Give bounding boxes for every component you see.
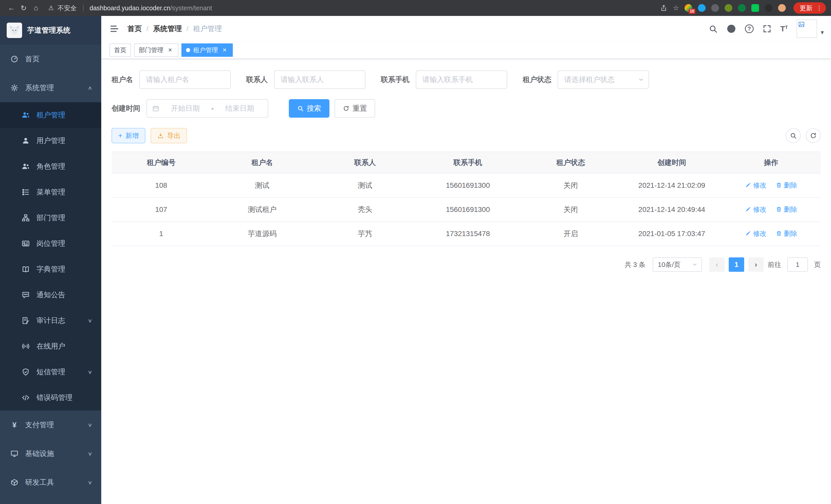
chevron-down-icon: ∨: [88, 479, 92, 485]
active-dot-icon: [186, 48, 190, 52]
sidebar-item-error-code[interactable]: 错误码管理: [0, 385, 101, 411]
github-icon[interactable]: [726, 24, 736, 34]
avatar[interactable]: [797, 20, 817, 38]
reset-button-label: 重置: [352, 103, 367, 113]
shield-icon: [22, 368, 30, 376]
sidebar-item-user[interactable]: 用户管理: [0, 128, 101, 154]
reset-button[interactable]: 重置: [335, 99, 375, 118]
extension-icon-colorful[interactable]: 10: [685, 4, 692, 12]
sidebar-item-home[interactable]: 首页: [0, 45, 101, 73]
chevron-up-icon: ∧: [88, 85, 92, 91]
extension-icon-green[interactable]: [738, 4, 746, 12]
sidebar-item-dept[interactable]: 部门管理: [0, 205, 101, 231]
goto-label: 前往: [768, 260, 781, 269]
delete-button[interactable]: 删除: [776, 205, 797, 214]
breadcrumb-system[interactable]: 系统管理: [153, 24, 182, 34]
bookmark-star-icon[interactable]: ☆: [673, 4, 679, 12]
sidebar-item-audit-log[interactable]: 审计日志 ∨: [0, 308, 101, 333]
delete-button[interactable]: 删除: [776, 229, 797, 238]
security-label[interactable]: 不安全: [58, 4, 77, 12]
menu-label: 通知公告: [36, 290, 92, 300]
address-bar[interactable]: ⚠ 不安全 dashboard.yudao.iocoder.cn/system/…: [48, 4, 212, 12]
phone-input[interactable]: [416, 70, 507, 89]
edit-button[interactable]: 修改: [745, 205, 767, 214]
cell-tenant-id: 107: [112, 198, 211, 222]
page-1-button[interactable]: 1: [729, 258, 744, 272]
tab-home[interactable]: 首页: [110, 43, 131, 57]
tenant-name-input[interactable]: [139, 70, 231, 89]
fullscreen-icon[interactable]: [763, 24, 772, 33]
next-page-button[interactable]: ›: [748, 258, 764, 272]
sidebar-item-system[interactable]: 系统管理 ∧: [0, 73, 101, 102]
cell-tenant-name: 测试租户: [211, 198, 314, 222]
search-button[interactable]: 搜索: [289, 99, 329, 118]
sidebar-item-post[interactable]: 岗位管理: [0, 231, 101, 256]
tab-tenant[interactable]: 租户管理×: [181, 43, 233, 57]
share-icon[interactable]: [660, 4, 667, 11]
sidebar-item-menu[interactable]: 菜单管理: [0, 179, 101, 205]
refresh-table-button[interactable]: [806, 128, 821, 143]
profile-avatar-icon[interactable]: [778, 4, 786, 12]
sidebar-item-infra[interactable]: 基础设施 ∨: [0, 439, 101, 468]
sidebar-item-online-user[interactable]: 在线用户: [0, 333, 101, 359]
extension-icon-gray[interactable]: [711, 4, 719, 12]
cell-tenant-id: 1: [112, 222, 211, 246]
extension-puzzle-icon[interactable]: [765, 4, 772, 12]
book-icon: [22, 265, 30, 273]
col-status: 租户状态: [519, 152, 622, 173]
sidebar-item-dict[interactable]: 字典管理: [0, 256, 101, 282]
breadcrumb-separator: /: [187, 25, 189, 33]
add-button[interactable]: + 新增: [112, 128, 145, 143]
font-size-icon[interactable]: TT: [780, 24, 788, 33]
chevron-down-icon: ∨: [88, 451, 92, 457]
goto-page-input[interactable]: [787, 258, 808, 272]
app-logo[interactable]: 芋道管理系统: [0, 16, 101, 45]
browser-home-icon[interactable]: ⌂: [30, 4, 42, 12]
url-text[interactable]: dashboard.yudao.iocoder.cn/system/tenant: [90, 4, 212, 12]
reload-icon[interactable]: ↻: [18, 4, 30, 12]
cell-phone: 17321315478: [417, 222, 519, 246]
tenant-name-label: 租户名: [112, 75, 133, 85]
sidebar-item-notice[interactable]: 通知公告: [0, 282, 101, 308]
browser-menu-icon[interactable]: ⋮: [816, 4, 822, 11]
delete-button[interactable]: 删除: [776, 181, 797, 190]
toggle-search-button[interactable]: [786, 128, 801, 143]
cell-tenant-name: 芋道源码: [211, 222, 314, 246]
menu-label: 系统管理: [25, 83, 82, 93]
sidebar-item-tenant[interactable]: 租户管理: [0, 102, 101, 128]
edit-button[interactable]: 修改: [745, 229, 767, 238]
tab-dept[interactable]: 部门管理×: [134, 43, 178, 57]
close-icon[interactable]: ×: [167, 47, 174, 54]
create-time-range-picker[interactable]: 开始日期 - 结束日期: [146, 99, 268, 118]
sidebar-item-payment[interactable]: ¥ 支付管理 ∨: [0, 411, 101, 439]
sidebar-item-role[interactable]: 角色管理: [0, 154, 101, 179]
page-size-select[interactable]: 10条/页: [653, 258, 702, 272]
sidebar-item-sms[interactable]: 短信管理 ∨: [0, 359, 101, 385]
avatar-caret-icon[interactable]: ▾: [821, 29, 824, 36]
tenant-status-select[interactable]: 请选择租户状态: [557, 70, 649, 89]
chevron-down-icon: ∨: [88, 318, 92, 324]
export-button[interactable]: 导出: [150, 128, 187, 143]
hamburger-icon[interactable]: [110, 24, 119, 34]
edit-button[interactable]: 修改: [745, 181, 767, 190]
status-label: 租户状态: [523, 75, 551, 85]
cell-actions: 修改 删除: [721, 173, 821, 198]
extension-icon-bright-green[interactable]: [751, 4, 759, 12]
browser-update-button[interactable]: 更新⋮: [794, 2, 826, 13]
search-button-label: 搜索: [307, 103, 321, 113]
breadcrumb-home[interactable]: 首页: [127, 24, 142, 34]
plus-icon: +: [118, 131, 122, 140]
help-icon[interactable]: ?: [745, 24, 754, 33]
menu-label: 字典管理: [36, 264, 92, 274]
extension-icon-blue[interactable]: [698, 4, 706, 12]
contact-input[interactable]: [274, 70, 365, 89]
menu-label: 支付管理: [25, 420, 82, 430]
prev-page-button[interactable]: ‹: [709, 258, 725, 272]
close-icon[interactable]: ×: [221, 47, 228, 54]
edit-label: 修改: [753, 205, 767, 214]
back-icon[interactable]: ←: [5, 4, 18, 12]
extension-icon-olive[interactable]: [725, 4, 732, 12]
sidebar-item-dev-tools[interactable]: 研发工具 ∨: [0, 468, 101, 497]
header-search-icon[interactable]: [709, 24, 718, 33]
monitor-icon: [10, 449, 19, 458]
